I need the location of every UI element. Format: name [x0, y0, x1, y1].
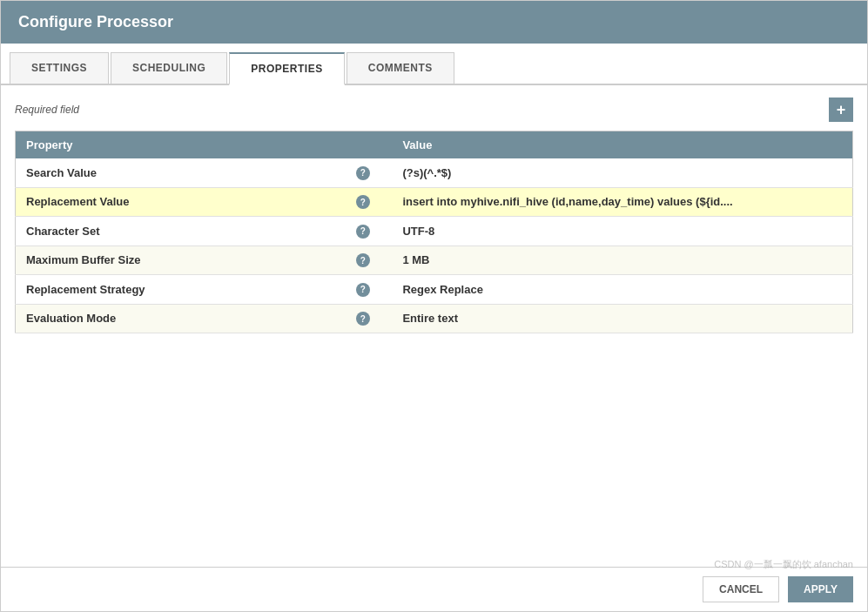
properties-table: Property Value Search Value ? (?s)(^.*$)… [15, 131, 853, 333]
tab-settings[interactable]: SETTINGS [10, 52, 109, 84]
property-help-cell: ? [333, 245, 392, 275]
property-value[interactable]: Entire text [392, 304, 811, 333]
properties-content: Required field + Property Value Search V… [1, 85, 867, 567]
table-header-row: Property Value [16, 131, 853, 159]
property-help-cell: ? [333, 158, 392, 187]
property-value[interactable]: insert into myhive.nifi_hive (id,name,da… [392, 187, 811, 217]
property-help-cell: ? [333, 217, 392, 246]
configure-processor-dialog: Configure Processor SETTINGS SCHEDULING … [0, 0, 868, 612]
property-name: Character Set [16, 217, 334, 246]
property-value[interactable]: (?s)(^.*$) [392, 158, 811, 187]
property-name: Maximum Buffer Size [16, 245, 334, 275]
column-action [811, 131, 852, 159]
property-action [811, 245, 852, 275]
help-icon[interactable]: ? [356, 253, 370, 267]
property-action [811, 304, 852, 333]
property-name: Replacement Value [16, 187, 334, 217]
table-row[interactable]: Search Value ? (?s)(^.*$) [16, 158, 853, 187]
help-icon[interactable]: ? [356, 166, 370, 180]
tab-comments[interactable]: COMMENTS [347, 52, 454, 84]
help-icon[interactable]: ? [356, 283, 370, 297]
table-row[interactable]: Evaluation Mode ? Entire text [16, 304, 853, 333]
help-icon[interactable]: ? [356, 225, 370, 239]
table-row[interactable]: Maximum Buffer Size ? 1 MB [16, 245, 853, 275]
dialog-footer: CANCEL APPLY [1, 567, 867, 611]
property-action [811, 158, 852, 187]
property-value[interactable]: 1 MB [392, 245, 811, 275]
property-name: Replacement Strategy [16, 275, 334, 305]
dialog-title: Configure Processor [18, 13, 173, 30]
property-help-cell: ? [333, 275, 392, 305]
table-row[interactable]: Replacement Strategy ? Regex Replace [16, 275, 853, 305]
help-icon[interactable]: ? [356, 195, 370, 209]
tabs-container: SETTINGS SCHEDULING PROPERTIES COMMENTS [1, 44, 867, 85]
watermark: CSDN @一瓢一飘的饮 afanchan [714, 558, 853, 571]
property-action [811, 275, 852, 305]
property-help-cell: ? [333, 304, 392, 333]
cancel-button[interactable]: CANCEL [703, 576, 779, 602]
apply-button[interactable]: APPLY [788, 576, 853, 602]
property-name: Evaluation Mode [16, 304, 334, 333]
dialog-header: Configure Processor [1, 1, 867, 44]
table-row[interactable]: Character Set ? UTF-8 [16, 217, 853, 246]
property-value[interactable]: Regex Replace [392, 275, 811, 305]
required-field-row: Required field + [15, 98, 853, 122]
property-value[interactable]: UTF-8 [392, 217, 811, 246]
column-property: Property [16, 131, 334, 159]
property-action [811, 187, 852, 217]
tab-properties[interactable]: PROPERTIES [229, 52, 344, 85]
column-help [333, 131, 392, 159]
column-value: Value [392, 131, 811, 159]
add-property-button[interactable]: + [829, 98, 853, 122]
help-icon[interactable]: ? [356, 312, 370, 326]
property-action [811, 217, 852, 246]
required-field-label: Required field [15, 104, 79, 116]
tab-scheduling[interactable]: SCHEDULING [111, 52, 227, 84]
table-row[interactable]: Replacement Value ? insert into myhive.n… [16, 187, 853, 217]
property-name: Search Value [16, 158, 334, 187]
property-help-cell: ? [333, 187, 392, 217]
